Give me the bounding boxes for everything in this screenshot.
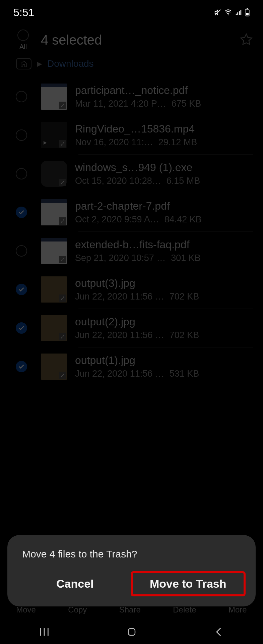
file-list: participant…_notice.pdfMar 11, 2021 4:20… [0, 77, 263, 386]
file-size: 702 KB [170, 291, 199, 302]
file-row[interactable]: part-2-chapter-7.pdfOct 2, 2020 9:59 A…8… [11, 193, 253, 231]
file-thumbnail [41, 354, 67, 380]
row-checkbox[interactable] [11, 129, 31, 141]
file-size: 29.12 MB [158, 137, 197, 148]
row-checkbox[interactable] [11, 361, 31, 372]
row-checkbox[interactable] [11, 207, 31, 218]
mute-icon [214, 9, 221, 16]
file-date: Oct 15, 2020 10:28… [75, 176, 161, 186]
select-all-label: All [19, 43, 27, 51]
signal-icon [235, 9, 242, 16]
action-share[interactable]: Share [119, 605, 141, 614]
row-checkbox[interactable] [11, 284, 31, 295]
select-all-circle [17, 30, 29, 41]
file-meta: participant…_notice.pdfMar 11, 2021 4:20… [75, 84, 253, 109]
file-meta: part-2-chapter-7.pdfOct 2, 2020 9:59 A…8… [75, 200, 253, 225]
svg-rect-2 [247, 8, 248, 9]
wifi-icon [224, 9, 232, 16]
file-row[interactable]: participant…_notice.pdfMar 11, 2021 4:20… [11, 77, 253, 116]
file-subline: Jun 22, 2020 11:56 …702 KB [75, 291, 253, 302]
action-more[interactable]: More [228, 605, 247, 614]
system-nav-bar [0, 620, 263, 644]
svg-rect-3 [246, 13, 249, 15]
favorite-button[interactable] [240, 33, 253, 48]
file-meta: extended-b…fits-faq.pdfSep 21, 2020 10:5… [75, 238, 253, 263]
file-meta: windows_s…949 (1).exeOct 15, 2020 10:28…… [75, 161, 253, 186]
file-size: 6.15 MB [167, 176, 200, 186]
file-row[interactable]: output(3).jpgJun 22, 2020 11:56 …702 KB [11, 270, 253, 309]
status-icons [214, 8, 250, 16]
cancel-button[interactable]: Cancel [19, 573, 131, 595]
row-divider [78, 154, 253, 155]
file-size: 702 KB [170, 330, 199, 340]
file-thumbnail [41, 238, 67, 264]
file-size: 84.42 KB [165, 214, 202, 225]
file-subline: Sep 21, 2020 10:57 …301 KB [75, 253, 253, 263]
file-size: 675 KB [172, 99, 201, 109]
row-divider [78, 270, 253, 270]
row-divider [78, 116, 253, 116]
file-row[interactable]: output(2).jpgJun 22, 2020 11:56 …702 KB [11, 309, 253, 347]
row-divider [78, 309, 253, 309]
action-delete[interactable]: Delete [173, 605, 196, 614]
select-all-toggle[interactable]: All [11, 30, 35, 51]
home-icon [19, 60, 28, 67]
file-name: output(2).jpg [75, 316, 253, 328]
row-checkbox[interactable] [11, 322, 31, 334]
svg-point-0 [228, 14, 229, 15]
file-row[interactable]: RingVideo_…15836.mp4Nov 16, 2020 11:…29.… [11, 116, 253, 154]
file-thumbnail [41, 161, 67, 187]
file-date: Jun 22, 2020 11:56 … [75, 291, 164, 302]
file-thumbnail [41, 84, 67, 110]
dialog-message: Move 4 files to the Trash? [22, 548, 244, 560]
action-move[interactable]: Move [16, 605, 36, 614]
file-date: Jun 22, 2020 11:56 … [75, 330, 164, 340]
file-row[interactable]: extended-b…fits-faq.pdfSep 21, 2020 10:5… [11, 232, 253, 270]
file-size: 301 KB [171, 253, 201, 263]
star-icon [240, 33, 253, 46]
file-date: Mar 11, 2021 4:20 P… [75, 99, 166, 109]
file-date: Nov 16, 2020 11:… [75, 137, 153, 148]
file-thumbnail [41, 276, 67, 303]
back-icon[interactable] [213, 626, 225, 638]
selection-header: All 4 selected [0, 23, 263, 55]
row-checkbox[interactable] [11, 91, 31, 102]
svg-rect-4 [128, 629, 135, 635]
action-copy[interactable]: Copy [68, 605, 87, 614]
file-name: extended-b…fits-faq.pdf [75, 238, 253, 251]
file-subline: Mar 11, 2021 4:20 P…675 KB [75, 99, 253, 109]
breadcrumb: ▶ Downloads [0, 55, 263, 77]
breadcrumb-home[interactable] [16, 58, 31, 69]
file-name: output(1).jpg [75, 354, 253, 367]
file-row[interactable]: output(1).jpgJun 22, 2020 11:56 …531 KB [11, 347, 253, 386]
file-name: part-2-chapter-7.pdf [75, 200, 253, 212]
file-meta: output(3).jpgJun 22, 2020 11:56 …702 KB [75, 277, 253, 302]
recents-icon[interactable] [39, 626, 50, 638]
file-name: output(3).jpg [75, 277, 253, 289]
breadcrumb-current[interactable]: Downloads [47, 58, 94, 69]
file-row[interactable]: windows_s…949 (1).exeOct 15, 2020 10:28…… [11, 155, 253, 193]
file-thumbnail [41, 122, 67, 148]
file-subline: Jun 22, 2020 11:56 …531 KB [75, 369, 253, 379]
file-subline: Nov 16, 2020 11:…29.12 MB [75, 137, 253, 148]
move-to-trash-button[interactable]: Move to Trash [132, 573, 245, 595]
file-meta: RingVideo_…15836.mp4Nov 16, 2020 11:…29.… [75, 123, 253, 148]
file-subline: Oct 2, 2020 9:59 A…84.42 KB [75, 214, 253, 225]
status-bar: 5:51 [0, 0, 263, 23]
file-name: participant…_notice.pdf [75, 84, 253, 97]
row-divider [78, 193, 253, 193]
file-name: RingVideo_…15836.mp4 [75, 123, 253, 135]
row-checkbox[interactable] [11, 168, 31, 179]
file-thumbnail [41, 199, 67, 225]
file-thumbnail [41, 315, 67, 341]
row-checkbox[interactable] [11, 245, 31, 257]
status-time: 5:51 [13, 6, 34, 19]
confirm-dialog: Move 4 files to the Trash? Cancel Move t… [7, 535, 256, 606]
home-nav-icon[interactable] [127, 627, 137, 637]
file-subline: Oct 15, 2020 10:28…6.15 MB [75, 176, 253, 186]
file-meta: output(1).jpgJun 22, 2020 11:56 …531 KB [75, 354, 253, 379]
file-date: Sep 21, 2020 10:57 … [75, 253, 166, 263]
file-subline: Jun 22, 2020 11:56 …702 KB [75, 330, 253, 340]
row-divider [78, 347, 253, 347]
row-divider [78, 231, 253, 232]
